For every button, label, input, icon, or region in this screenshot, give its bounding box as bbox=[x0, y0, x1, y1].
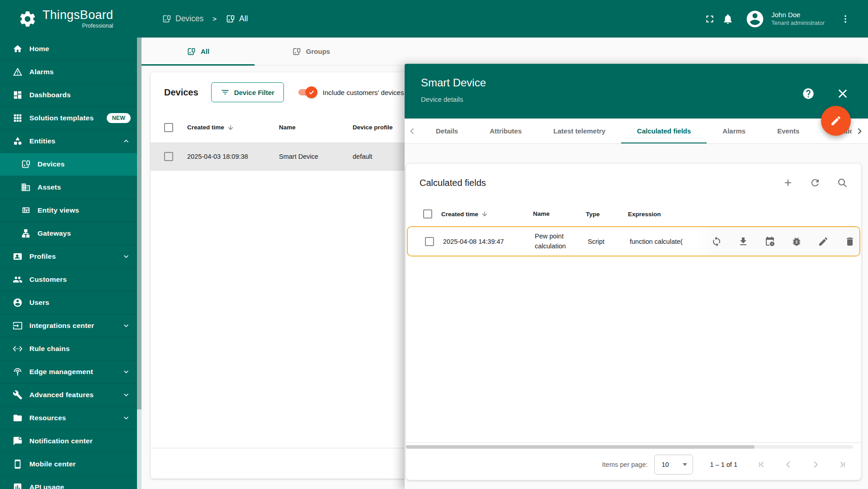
close-icon[interactable] bbox=[836, 87, 849, 100]
next-page-icon[interactable] bbox=[811, 460, 821, 470]
reprocess-sync-icon[interactable] bbox=[711, 236, 722, 247]
cf-expression: function calculate( bbox=[630, 238, 698, 245]
panel-tab-details[interactable]: Details bbox=[420, 119, 474, 144]
tabs-scroll-left-icon[interactable] bbox=[405, 119, 420, 144]
device-filter-button[interactable]: Device Filter bbox=[211, 82, 284, 102]
sidebar-scrollbar[interactable] bbox=[137, 38, 142, 489]
sidebar-item-home[interactable]: Home bbox=[0, 38, 142, 61]
sidebar-item-users[interactable]: Users bbox=[0, 291, 142, 314]
sidebar-item-devices[interactable]: Devices bbox=[0, 153, 142, 176]
debug-bug-icon[interactable] bbox=[791, 236, 802, 247]
sidebar-item-entity-views[interactable]: Entity views bbox=[0, 199, 142, 222]
delete-trash-icon[interactable] bbox=[844, 236, 855, 247]
items-per-page-select[interactable]: 10 bbox=[654, 455, 693, 475]
sidebar-item-alarms[interactable]: Alarms bbox=[0, 61, 142, 84]
sidebar-item-dashboards[interactable]: Dashboards bbox=[0, 84, 142, 107]
kebab-menu-icon[interactable] bbox=[836, 10, 854, 28]
smartphone-icon bbox=[13, 459, 23, 469]
sidebar-item-entities[interactable]: Entities bbox=[0, 130, 142, 153]
panel-tabbar: Details Attributes Latest telemetry Calc… bbox=[405, 119, 868, 144]
panel-tab-events[interactable]: Events bbox=[761, 119, 815, 144]
thingsboard-logo[interactable]: ThingsBoard Professional bbox=[0, 9, 142, 29]
calculated-fields-footer: Items per page: 10 1 – 1 of 1 bbox=[406, 442, 861, 480]
add-calculated-field-icon[interactable] bbox=[783, 177, 793, 188]
panel-tab-calculated-fields[interactable]: Calculated fields bbox=[621, 119, 707, 144]
column-name[interactable]: Name bbox=[279, 124, 353, 131]
user-avatar-icon[interactable] bbox=[745, 9, 765, 29]
sidebar-item-integrations-center[interactable]: Integrations center bbox=[0, 314, 142, 337]
sidebar-item-mobile-center[interactable]: Mobile center bbox=[0, 453, 142, 476]
last-page-icon[interactable] bbox=[838, 460, 848, 470]
refresh-icon[interactable] bbox=[810, 177, 821, 188]
events-clipboard-clock-icon[interactable] bbox=[764, 236, 775, 247]
folder-icon bbox=[13, 413, 23, 423]
search-icon[interactable] bbox=[837, 177, 848, 188]
panel-header: Smart Device Device details bbox=[405, 64, 868, 119]
sidebar-item-rule-chains[interactable]: Rule chains bbox=[0, 337, 142, 361]
sidebar-item-resources[interactable]: Resources bbox=[0, 407, 142, 430]
chevron-down-icon bbox=[122, 252, 131, 261]
fullscreen-icon[interactable] bbox=[701, 10, 719, 28]
tabs-scroll-right-icon[interactable] bbox=[852, 119, 867, 144]
sidebar-item-assets[interactable]: Assets bbox=[0, 176, 142, 199]
sidebar-item-api-usage[interactable]: API usage bbox=[0, 476, 142, 489]
breadcrumb-all[interactable]: All bbox=[226, 14, 248, 24]
column-device-profile[interactable]: Device profile bbox=[353, 124, 393, 131]
sort-arrow-down-icon[interactable] bbox=[481, 210, 488, 218]
code-brackets-icon bbox=[13, 344, 23, 354]
sidebar-item-notification-center[interactable]: Notification center bbox=[0, 430, 142, 453]
chevron-down-icon bbox=[122, 413, 131, 423]
column-name[interactable]: Name bbox=[533, 209, 586, 218]
panel-title: Smart Device bbox=[421, 76, 852, 89]
device-details-panel: Smart Device Device details Details Attr… bbox=[405, 64, 868, 489]
sidebar-item-edge-management[interactable]: Edge management bbox=[0, 361, 142, 384]
sidebar-item-gateways[interactable]: Gateways bbox=[0, 222, 142, 245]
chart-box-icon bbox=[13, 482, 23, 489]
items-per-page-label: Items per page: bbox=[602, 461, 648, 468]
wifi-tethering-icon bbox=[13, 367, 23, 377]
tab-all[interactable]: All bbox=[142, 38, 255, 65]
select-all-checkbox[interactable] bbox=[164, 123, 173, 132]
wrench-icon bbox=[13, 390, 23, 400]
edit-pencil-icon[interactable] bbox=[818, 236, 829, 247]
horizontal-scrollbar-thumb[interactable] bbox=[406, 445, 755, 449]
user-info[interactable]: John Doe Tenant administrator bbox=[771, 11, 825, 27]
edit-fab-button[interactable] bbox=[821, 106, 851, 136]
breadcrumb-devices[interactable]: Devices bbox=[162, 14, 203, 24]
sidebar-item-customers[interactable]: Customers bbox=[0, 268, 142, 291]
column-expression[interactable]: Expression bbox=[628, 211, 696, 218]
logo-subtitle: Professional bbox=[82, 23, 113, 29]
panel-tab-attributes[interactable]: Attributes bbox=[474, 119, 538, 144]
user-name: John Doe bbox=[771, 11, 825, 19]
column-type[interactable]: Type bbox=[586, 211, 628, 218]
sort-arrow-down-icon[interactable] bbox=[227, 124, 234, 131]
breadcrumb: Devices > All bbox=[162, 14, 248, 24]
tab-groups[interactable]: Groups bbox=[255, 38, 368, 65]
pagination-range: 1 – 1 of 1 bbox=[710, 461, 737, 468]
sidebar-item-advanced-features[interactable]: Advanced features bbox=[0, 384, 142, 407]
row-checkbox[interactable] bbox=[164, 152, 173, 161]
sidebar-item-solution-templates[interactable]: Solution templates NEW bbox=[0, 107, 142, 130]
column-created-time[interactable]: Created time bbox=[441, 211, 478, 218]
calculated-fields-table-header: Created time Name Type Expression bbox=[406, 202, 861, 226]
previous-page-icon[interactable] bbox=[783, 460, 793, 470]
edit-pencil-icon bbox=[830, 115, 842, 127]
home-icon bbox=[13, 44, 23, 54]
horizontal-scrollbar[interactable] bbox=[406, 445, 853, 449]
download-icon[interactable] bbox=[738, 236, 749, 247]
warning-icon bbox=[13, 67, 23, 77]
column-created-time[interactable]: Created time bbox=[187, 124, 224, 131]
sidebar-item-profiles[interactable]: Profiles bbox=[0, 245, 142, 268]
notifications-bell-icon[interactable] bbox=[719, 10, 737, 28]
row-checkbox[interactable] bbox=[425, 237, 434, 246]
panel-tab-latest-telemetry[interactable]: Latest telemetry bbox=[538, 119, 621, 144]
sidebar-scrollbar-thumb[interactable] bbox=[137, 38, 142, 409]
select-all-checkbox[interactable] bbox=[423, 209, 432, 218]
include-customers-toggle[interactable] bbox=[298, 89, 317, 96]
help-icon[interactable] bbox=[802, 87, 815, 100]
first-page-icon[interactable] bbox=[756, 460, 766, 470]
category-icon bbox=[13, 136, 23, 146]
building-icon bbox=[21, 182, 31, 192]
panel-tab-alarms[interactable]: Alarms bbox=[707, 119, 761, 144]
calculated-field-row[interactable]: 2025-04-08 14:39:47 Pew point calculatio… bbox=[407, 226, 860, 256]
